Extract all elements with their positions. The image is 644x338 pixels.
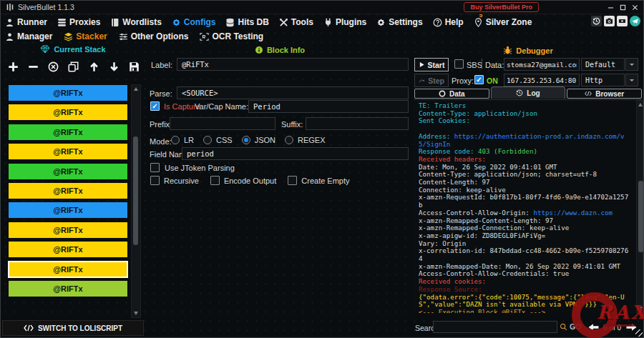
menu-item-help[interactable]: Help xyxy=(433,17,464,27)
option-recursive[interactable]: Recursive xyxy=(150,176,199,185)
mode-radio-lr[interactable] xyxy=(171,136,180,144)
mode-radio-json[interactable] xyxy=(242,136,250,144)
tab-browser[interactable]: Browser xyxy=(567,89,642,99)
current-stack-header: Current Stack xyxy=(1,45,145,54)
scroll-down-icon[interactable] xyxy=(134,312,138,315)
wordlist-type-caret-button[interactable] xyxy=(625,58,638,71)
mode-radio-css[interactable] xyxy=(203,136,212,144)
buy-pro-button[interactable]: Buy SilverBullet Pro xyxy=(464,2,539,12)
mode-option-lr[interactable]: LR xyxy=(171,136,194,144)
stack-block[interactable]: @RIFTx xyxy=(8,163,128,180)
money-button[interactable] xyxy=(617,16,628,26)
menu-item-tools[interactable]: Tools xyxy=(279,17,313,27)
remove-block-button[interactable] xyxy=(26,59,40,74)
option-encode-output[interactable]: Encode Output xyxy=(210,176,276,185)
stack-block[interactable]: @RIFTx xyxy=(8,280,128,297)
is-capture-checkbox[interactable] xyxy=(150,101,160,111)
clear-block-button[interactable] xyxy=(47,59,61,74)
add-block-button[interactable] xyxy=(6,59,20,74)
camera-button[interactable] xyxy=(604,16,615,26)
tab-data[interactable]: Data xyxy=(414,89,489,99)
proxy-type-value: Http xyxy=(585,76,602,84)
clone-block-button[interactable] xyxy=(67,59,81,74)
close-button[interactable] xyxy=(629,1,641,14)
stack-scrollbar[interactable] xyxy=(131,84,141,318)
menu-item-label: Proxies xyxy=(69,17,100,27)
stack-block[interactable]: @RIFTx xyxy=(8,261,128,278)
maximize-button[interactable] xyxy=(617,1,629,14)
menu-item-runner[interactable]: Runner xyxy=(5,17,47,27)
history-button[interactable] xyxy=(591,16,602,26)
scroll-thumb[interactable] xyxy=(133,136,138,245)
field-name-input[interactable] xyxy=(182,147,409,160)
log-scrollbar[interactable] xyxy=(636,100,643,313)
encode-output-checkbox[interactable] xyxy=(210,176,220,185)
menu-item-stacker[interactable]: Stacker xyxy=(64,31,107,41)
menu-item-configs[interactable]: Configs xyxy=(172,17,216,27)
stack-block[interactable]: @RIFTx xyxy=(8,182,128,199)
telegram-button[interactable] xyxy=(630,16,640,26)
menu-item-settings[interactable]: Settings xyxy=(376,17,422,27)
tab-log[interactable]: Log xyxy=(491,86,566,99)
label-input[interactable] xyxy=(177,58,409,71)
stack-block[interactable]: @RIFTx xyxy=(8,202,128,219)
scroll-down-icon[interactable] xyxy=(638,307,643,310)
switch-to-loliscript-button[interactable]: SWITCH TO LOLISCRIPT xyxy=(2,320,144,336)
code-icon xyxy=(585,90,592,97)
menu-item-silver-zone[interactable]: 5Silver Zone xyxy=(474,17,532,27)
mode-option-css[interactable]: CSS xyxy=(203,136,233,144)
stack-block[interactable]: @RIFTx xyxy=(8,241,128,258)
wordlist-type-dropdown[interactable]: Default xyxy=(581,58,625,71)
stack-block[interactable]: @RIFTx xyxy=(8,124,128,141)
debugger-log[interactable]: TE: TrailersContent-Type: application/js… xyxy=(414,99,642,313)
mode-option-json[interactable]: JSON xyxy=(242,136,275,144)
tab-label: Log xyxy=(527,89,540,97)
search-prev-button[interactable] xyxy=(587,323,600,332)
option-label: Create Empty xyxy=(301,177,349,185)
parse-input[interactable] xyxy=(177,86,409,99)
menu-item-ocr-testing[interactable]: OCR Testing xyxy=(200,31,263,41)
mode-option-regex[interactable]: REGEX xyxy=(285,136,326,144)
create-empty-checkbox[interactable] xyxy=(288,176,297,185)
prefix-input[interactable] xyxy=(170,117,275,130)
search-go-button[interactable]: GO xyxy=(560,322,581,331)
search-input[interactable] xyxy=(433,321,557,333)
proxy-type-dropdown[interactable]: Http xyxy=(581,74,625,86)
sbs-label: SBS xyxy=(467,61,482,69)
move-up-block-button[interactable] xyxy=(87,59,101,74)
log-line: {"odata.error":{"code":10075,"message":{… xyxy=(419,294,632,309)
menu-item-manager[interactable]: Manager xyxy=(5,31,52,41)
stack-block[interactable]: @RIFTx xyxy=(8,104,128,121)
stack-block[interactable]: @RIFTx xyxy=(8,143,128,160)
menu-item-other-options[interactable]: Other Options xyxy=(119,31,189,41)
menu-item-label: Configs xyxy=(184,17,216,27)
scroll-thumb[interactable] xyxy=(638,181,643,252)
move-down-block-button[interactable] xyxy=(107,59,122,74)
varcap-input[interactable] xyxy=(248,100,409,113)
menu-item-proxies[interactable]: Proxies xyxy=(57,17,100,27)
stack-block[interactable]: @RIFTx xyxy=(8,84,128,101)
proxy-input[interactable] xyxy=(504,74,580,86)
stack-toolbar xyxy=(6,58,142,75)
minimize-button[interactable] xyxy=(605,1,617,14)
resize-grip[interactable] xyxy=(635,329,643,337)
option-create-empty[interactable]: Create Empty xyxy=(288,176,349,185)
start-button[interactable]: Start xyxy=(414,58,449,71)
stack-block[interactable]: @RIFTx xyxy=(8,222,128,239)
use-jtoken-parsing-checkbox[interactable] xyxy=(150,163,160,172)
menu-item-hits-db[interactable]: Hits DB xyxy=(225,17,268,27)
step-button[interactable]: Step xyxy=(414,74,449,87)
scroll-up-icon[interactable] xyxy=(638,103,643,106)
mode-radio-regex[interactable] xyxy=(285,136,293,144)
recursive-checkbox[interactable] xyxy=(150,176,160,185)
menu-item-plugins[interactable]: Plugins xyxy=(323,17,366,27)
sbs-checkbox[interactable] xyxy=(454,59,464,69)
proxy-type-caret-button[interactable] xyxy=(625,74,638,86)
data-input[interactable] xyxy=(504,58,580,71)
proxy-checkbox[interactable] xyxy=(474,75,484,84)
scroll-up-icon[interactable] xyxy=(134,87,138,91)
menu-item-wordlists[interactable]: Wordlists xyxy=(110,17,161,27)
save-block-button[interactable] xyxy=(127,59,142,74)
suffix-input[interactable] xyxy=(306,117,409,130)
menu-item-label: Runner xyxy=(17,17,47,27)
